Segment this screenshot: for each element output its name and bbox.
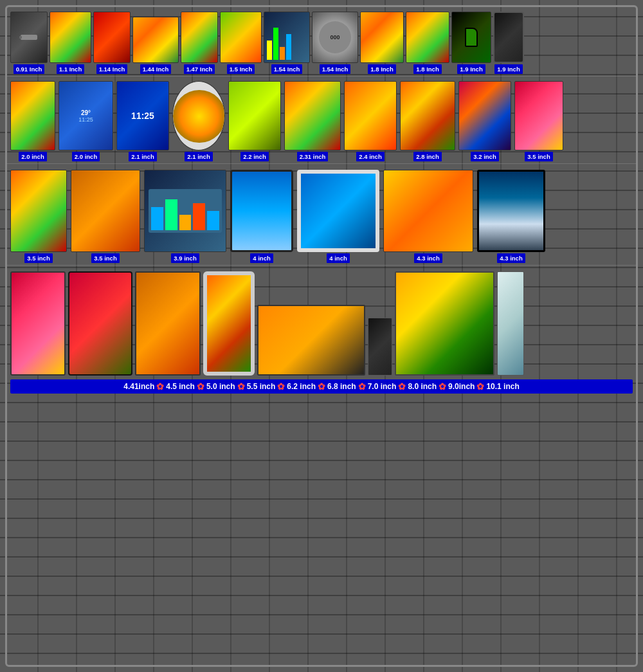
cell-4a[interactable]: 4 inch	[230, 170, 293, 263]
label-18a: 1.8 Inch	[368, 64, 395, 74]
cell-35c[interactable]: 3.5 inch	[71, 170, 140, 263]
label-21a: 2.1 inch	[129, 152, 156, 161]
label-147: 1.47 Inch	[184, 64, 215, 74]
cell-20a[interactable]: 2.0 inch	[10, 81, 55, 161]
cell-68-70-80	[368, 318, 392, 376]
row3-displays: 3.5 inch 3.5 inch 3.9 inch 4 inch	[6, 166, 637, 263]
label-43b: 4.3 inch	[497, 253, 525, 263]
cell-154a[interactable]: 1.54 Inch	[264, 12, 310, 74]
cell-441[interactable]	[10, 271, 66, 376]
lbl-62: 6.2 inch	[287, 382, 316, 391]
lbl-68: 6.8 inch	[327, 382, 356, 391]
cell-18b[interactable]: 1.8 Inch	[406, 12, 449, 74]
label-32: 3.2 inch	[471, 152, 498, 161]
lbl-101: 10.1 inch	[486, 382, 519, 391]
cell-24[interactable]: 2.4 inch	[344, 81, 397, 161]
lbl-80: 8.0 inch	[408, 382, 437, 391]
cell-21b[interactable]: 2.1 inch	[172, 81, 225, 161]
row4-displays	[6, 268, 637, 376]
lbl-45: 4.5 inch	[166, 382, 195, 391]
sep2	[6, 163, 637, 164]
row2-displays: 2.0 inch 29° 11:25 2.0 inch 11:25 2.1 in…	[6, 78, 637, 161]
label-18b: 1.8 Inch	[413, 64, 441, 74]
cell-19b[interactable]: 1.9 Inch	[493, 12, 524, 74]
lbl-50: 5.0 inch	[206, 382, 235, 391]
cell-114[interactable]: 1.14 Inch	[93, 12, 131, 74]
cell-21a[interactable]: 11:25 2.1 inch	[116, 81, 169, 161]
label-154a: 1.54 Inch	[271, 64, 303, 74]
label-4a: 4 inch	[250, 253, 273, 263]
bottom-label-bar: 4.41inch ✿ 4.5 inch ✿ 5.0 inch ✿ 5.5 inc…	[10, 379, 633, 394]
cell-091[interactable]: 0.91 Inch	[10, 12, 48, 74]
label-154b: 1.54 Inch	[320, 64, 351, 74]
lbl-70: 7.0 inch	[368, 382, 397, 391]
cell-101[interactable]	[497, 271, 524, 376]
cell-19a[interactable]: 1.9 Inch	[451, 12, 491, 74]
cell-15[interactable]: 1.5 Inch	[220, 12, 262, 74]
label-35a: 3.5 inch	[525, 152, 552, 161]
cell-90[interactable]	[395, 271, 494, 376]
label-114: 1.14 Inch	[96, 64, 128, 74]
cell-62[interactable]	[257, 305, 365, 376]
sep1	[6, 76, 637, 77]
label-28: 2.8 inch	[413, 152, 441, 161]
cell-50[interactable]	[135, 271, 201, 376]
label-22: 2.2 inch	[240, 152, 268, 161]
label-39: 3.9 inch	[171, 253, 199, 263]
sep3	[6, 265, 637, 266]
label-43a: 4.3 inch	[414, 253, 442, 263]
cell-147[interactable]: 1.47 Inch	[181, 12, 218, 74]
lbl-441: 4.41inch	[123, 382, 154, 391]
cell-4b[interactable]: 4 inch	[297, 170, 379, 263]
cell-231[interactable]: 2.31 inch	[284, 81, 341, 161]
cell-28[interactable]: 2.8 inch	[400, 81, 455, 161]
lbl-90: 9.0inch	[448, 382, 475, 391]
label-21b: 2.1 inch	[185, 152, 212, 161]
cell-144[interactable]: 1.44 Inch	[132, 17, 179, 74]
label-19a: 1.9 Inch	[457, 64, 485, 74]
label-19b: 1.9 Inch	[494, 64, 522, 74]
cell-39[interactable]: 3.9 inch	[144, 170, 226, 263]
cell-55[interactable]	[203, 271, 255, 376]
svg-rect-1	[19, 36, 22, 39]
label-144: 1.44 Inch	[140, 64, 172, 74]
cell-32[interactable]: 3.2 inch	[458, 81, 511, 161]
label-35c: 3.5 inch	[91, 253, 119, 263]
label-35b: 3.5 inch	[24, 253, 52, 263]
lbl-55: 5.5 inch	[247, 382, 276, 391]
row1-displays: 0.91 Inch 1.1 Inch 1.14 Inch 1.44 Inch 1…	[6, 9, 637, 74]
label-231: 2.31 inch	[297, 152, 329, 161]
cell-35a[interactable]: 3.5 inch	[514, 81, 563, 161]
cell-43b[interactable]: 4.3 inch	[477, 170, 545, 263]
cell-154b[interactable]: 000 1.54 Inch	[312, 12, 358, 74]
label-4b: 4 inch	[327, 253, 349, 263]
cell-18a[interactable]: 1.8 Inch	[360, 12, 404, 74]
label-11: 1.1 Inch	[57, 64, 84, 74]
cell-20b[interactable]: 29° 11:25 2.0 inch	[59, 81, 113, 161]
label-20a: 2.0 inch	[19, 152, 46, 161]
label-24: 2.4 inch	[356, 152, 384, 161]
label-15: 1.5 Inch	[227, 64, 255, 74]
svg-rect-0	[21, 35, 37, 40]
cell-35b[interactable]: 3.5 inch	[10, 170, 67, 263]
cell-45[interactable]	[68, 271, 132, 376]
main-content: 0.91 Inch 1.1 Inch 1.14 Inch 1.44 Inch 1…	[0, 0, 643, 672]
label-091: 0.91 Inch	[14, 64, 45, 74]
label-20b: 2.0 inch	[72, 152, 100, 161]
cell-22[interactable]: 2.2 inch	[228, 81, 281, 161]
cell-43a[interactable]: 4.3 inch	[383, 170, 473, 263]
cell-11[interactable]: 1.1 Inch	[50, 12, 91, 74]
